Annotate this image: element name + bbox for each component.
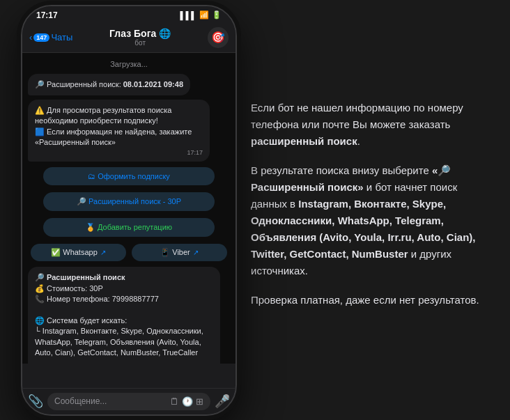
share-arrow-icon-2: ↗ — [193, 249, 199, 256]
viber-label: 📱 Viber — [160, 248, 190, 257]
bold-search-link: «🔎 Расширенный поиск» — [251, 164, 451, 193]
message-warning: ⚠️ Для просмотра результатов поиска необ… — [28, 100, 210, 162]
add-reputation-button[interactable]: 🏅 Добавить репутацию — [43, 218, 215, 237]
chat-header: ‹ 147 Чаты Глаз Бога 🌐 бот 🎯 — [22, 23, 235, 53]
blue-square-icon: 🟦 — [35, 127, 45, 136]
back-chevron-icon: ‹ — [29, 32, 32, 42]
bold-extended-search: расширенный поиск — [251, 135, 357, 147]
reputation-btn-row: 🏅 Добавить репутацию — [28, 218, 230, 237]
warning-icon: ⚠️ — [35, 106, 45, 114]
avatar-emoji: 🎯 — [211, 31, 225, 44]
viber-button[interactable]: 📱 Viber ↗ — [132, 244, 226, 261]
subscribe-button[interactable]: 🗂 Оформить подписку — [43, 167, 215, 185]
chat-title: Глаз Бога 🌐 — [77, 28, 203, 39]
message-time: 17:17 — [35, 149, 203, 156]
share-row: ✅ Whatsapp ↗ 📱 Viber ↗ — [28, 244, 230, 261]
whatsapp-button[interactable]: ✅ Whatsapp ↗ — [31, 244, 125, 261]
header-center: Глаз Бога 🌐 бот — [77, 28, 203, 47]
system-label: 🌐 Система будет искать: — [35, 316, 127, 325]
message-search-date: 🔎 Расширенный поиск: 08.01.2021 09:48 — [28, 74, 190, 95]
avatar: 🎯 — [208, 27, 229, 48]
status-bar: 17:17 ▌▌▌ 📶 🔋 — [22, 6, 235, 23]
extended-search-btn-row: 🔎 Расширенный поиск - 30Р — [28, 192, 230, 211]
loading-text: Загрузка... — [28, 59, 230, 70]
status-icons: ▌▌▌ 📶 🔋 — [180, 10, 222, 20]
message-placeholder: Сообщение... — [54, 396, 107, 406]
extended-search-result-bubble: 🔎 Расширенный поиск 💰 Стоимость: 30Р 📞 Н… — [28, 267, 220, 363]
chat-area: Загрузка... 🔎 Расширенный поиск: 08.01.2… — [22, 53, 235, 364]
system-sources: └ Instagram, Вконтакте, Skype, Однокласс… — [35, 327, 203, 357]
right-paragraph-1: Если бот не нашел информацию по номеру т… — [251, 100, 489, 150]
cost-label: 💰 Стоимость: — [35, 284, 87, 293]
phone-value: 79998887777 — [112, 295, 159, 303]
bubble-text: 🔎 Расширенный поиск: 08.01.2021 09:48 — [35, 79, 183, 90]
attach-icon[interactable]: 📎 — [28, 394, 43, 409]
wifi-icon: 📶 — [199, 10, 209, 20]
clock-icon: 🕐 — [182, 396, 193, 407]
back-badge: 147 — [33, 33, 49, 42]
input-icons: 🗒 🕐 ⊞ — [170, 396, 203, 407]
bold-sources: Instagram, Вконтакте, Skype, Одноклассни… — [251, 198, 476, 260]
input-bar: 📎 Сообщение... 🗒 🕐 ⊞ 🎤 — [22, 388, 235, 414]
chat-subtitle: бот — [77, 39, 203, 47]
extended-search-button[interactable]: 🔎 Расширенный поиск - 30Р — [43, 192, 215, 211]
extended-bubble-text: 🔎 Расширенный поиск 💰 Стоимость: 30Р 📞 Н… — [35, 272, 213, 363]
bubble-text-warning: ⚠️ Для просмотра результатов поиска необ… — [35, 105, 203, 148]
battery-icon: 🔋 — [212, 10, 222, 20]
phone-shell: 17:17 ▌▌▌ 📶 🔋 ‹ 147 Чаты Глаз Бога 🌐 бот… — [21, 5, 237, 416]
share-arrow-icon: ↗ — [100, 249, 106, 256]
sticker-icon: 🗒 — [170, 396, 179, 407]
cost-value: 30Р — [89, 284, 103, 293]
extended-title: 🔎 Расширенный поиск — [35, 273, 125, 281]
search-emoji: 🔎 — [35, 80, 45, 88]
back-button[interactable]: ‹ 147 Чаты — [29, 32, 72, 42]
signal-icon: ▌▌▌ — [180, 11, 196, 20]
mic-icon[interactable]: 🎤 — [215, 394, 230, 409]
phone-label: 📞 Номер телефона: — [35, 295, 110, 303]
back-label: Чаты — [51, 32, 72, 42]
message-input-container[interactable]: Сообщение... 🗒 🕐 ⊞ — [47, 393, 210, 410]
right-paragraph-3: Проверка платная, даже если нет результа… — [251, 292, 489, 309]
whatsapp-label: ✅ Whatsapp — [51, 248, 98, 257]
subscribe-btn-row: 🗂 Оформить подписку — [28, 167, 230, 185]
status-time: 17:17 — [36, 10, 58, 20]
apps-icon: ⊞ — [196, 396, 203, 407]
right-panel: Если бот не нашел информацию по номеру т… — [237, 79, 510, 342]
right-paragraph-2: В результате поиска внизу выберите «🔎 Ра… — [251, 162, 489, 279]
